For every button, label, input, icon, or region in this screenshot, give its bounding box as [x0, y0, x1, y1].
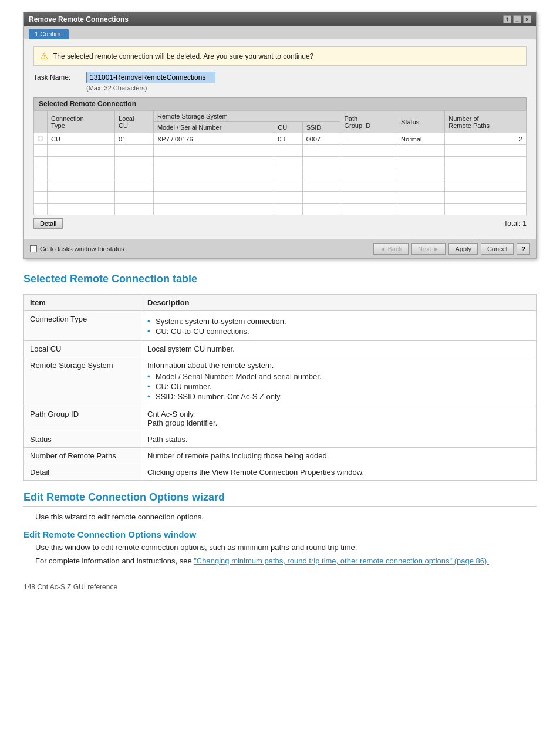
col-status-header: Status — [397, 111, 445, 133]
task-name-value-block: (Max. 32 Characters) — [86, 72, 215, 92]
back-button[interactable]: ◄ Back — [373, 243, 409, 255]
desc-desc-num-paths: Number of remote paths including those b… — [141, 448, 537, 464]
confirm-tab[interactable]: 1.Confirm — [29, 29, 69, 39]
bullet-model-serial: Model / Serial Number: Model and serial … — [147, 372, 530, 381]
section2-desc: Use this wizard to edit remote connectio… — [23, 512, 537, 521]
remote-connection-table: Connection Type Local CU Remote Storage … — [33, 110, 527, 215]
desc-item-connection-type: Connection Type — [24, 311, 141, 341]
col-ssid-header: SSID — [302, 122, 340, 133]
col-conn-type-header: Connection Type — [48, 111, 115, 133]
subsection-link[interactable]: "Changing minimum paths, round trip time… — [194, 556, 489, 565]
desc-row-connection-type: Connection Type System: system-to-system… — [24, 311, 537, 341]
warning-banner: ⚠ The selected remote connection will be… — [33, 46, 527, 66]
subsection-desc2: For complete information and instruction… — [23, 556, 537, 565]
bullet-system: System: system-to-system connection. — [147, 317, 530, 326]
warning-text: The selected remote connection will be d… — [53, 52, 313, 60]
pin-button[interactable]: 🖈 — [503, 15, 511, 23]
task-name-row: Task Name: (Max. 32 Characters) — [33, 72, 527, 92]
table-row — [34, 192, 527, 204]
col-local-cu-header: Local CU — [115, 111, 154, 133]
task-name-input[interactable] — [86, 72, 215, 83]
col-path-group-header: Path Group ID — [340, 111, 397, 133]
tab-bar: 1.Confirm — [24, 26, 536, 39]
row-model-serial: XP7 / 00176 — [153, 133, 274, 145]
task-name-hint: (Max. 32 Characters) — [86, 85, 215, 92]
desc-table-desc-header: Description — [141, 295, 537, 311]
section-header: Selected Remote Connection — [33, 97, 527, 110]
desc-desc-status: Path status. — [141, 431, 537, 448]
desc-item-path-group-id: Path Group ID — [24, 406, 141, 431]
desc-desc-detail: Clicking opens the View Remote Connectio… — [141, 464, 537, 481]
bullet-cu: CU: CU-to-CU connections. — [147, 327, 530, 336]
detail-button[interactable]: Detail — [33, 218, 63, 229]
desc-desc-remote-storage: Information about the remote system. Mod… — [141, 357, 537, 406]
desc-desc-path-group-id: Cnt Ac-S only.Path group identifier. — [141, 406, 537, 431]
next-button[interactable]: Next ► — [411, 243, 446, 255]
bullet-ssid: SSID: SSID number. Cnt Ac-S Z only. — [147, 392, 530, 401]
row-local-cu: 01 — [115, 133, 154, 145]
desc-row-local-cu: Local CU Local system CU number. — [24, 341, 537, 357]
section2-title: Edit Remote Connection Options wizard — [23, 491, 537, 507]
page-footer: 148 Cnt Ac-S Z GUI reference — [23, 583, 537, 591]
footer-checkbox-area: Go to tasks window for status — [30, 245, 124, 252]
desc-row-status: Status Path status. — [24, 431, 537, 448]
desc-row-remote-storage: Remote Storage System Information about … — [24, 357, 537, 406]
row-path-group-id: - — [340, 133, 397, 145]
minimize-button[interactable]: _ — [513, 15, 521, 23]
row-cu: 03 — [274, 133, 302, 145]
desc-item-detail: Detail — [24, 464, 141, 481]
warning-icon: ⚠ — [40, 50, 48, 62]
apply-button[interactable]: Apply — [448, 243, 478, 255]
cancel-button[interactable]: Cancel — [481, 243, 514, 255]
help-button[interactable]: ? — [517, 243, 530, 255]
table-row — [34, 168, 527, 180]
desc-row-num-paths: Number of Remote Paths Number of remote … — [24, 448, 537, 464]
col-cu-header: CU — [274, 122, 302, 133]
subsection-title: Edit Remote Connection Options window — [23, 529, 537, 539]
dialog-footer: Go to tasks window for status ◄ Back Nex… — [24, 239, 536, 258]
dialog-titlebar: Remove Remote Connections 🖈 _ × — [24, 12, 536, 26]
row-ssid: 0007 — [302, 133, 340, 145]
table-row: CU 01 XP7 / 00176 03 0007 - Normal 2 — [34, 133, 527, 145]
col-radio-header — [34, 111, 48, 133]
desc-item-status: Status — [24, 431, 141, 448]
table-row — [34, 204, 527, 215]
dialog-body: ⚠ The selected remote connection will be… — [24, 39, 536, 239]
dialog-title: Remove Remote Connections — [29, 15, 129, 23]
table-row — [34, 157, 527, 168]
table-footer: Detail Total: 1 — [33, 215, 527, 232]
col-num-paths-header: Number of Remote Paths — [445, 111, 527, 133]
titlebar-buttons: 🖈 _ × — [503, 15, 531, 23]
row-status: Normal — [397, 133, 445, 145]
table-row — [34, 145, 527, 157]
row-conn-type: CU — [48, 133, 115, 145]
task-name-label: Task Name: — [33, 72, 80, 82]
desc-item-num-paths: Number of Remote Paths — [24, 448, 141, 464]
description-table: Item Description Connection Type System:… — [23, 294, 537, 481]
section1-title: Selected Remote Connection table — [23, 273, 537, 288]
subsection-desc1: Use this window to edit remote connectio… — [23, 543, 537, 552]
desc-row-path-group-id: Path Group ID Cnt Ac-S only.Path group i… — [24, 406, 537, 431]
row-radio[interactable] — [34, 133, 48, 145]
close-button[interactable]: × — [523, 15, 531, 23]
desc-table-item-header: Item — [24, 295, 141, 311]
row-num-paths: 2 — [445, 133, 527, 145]
total-label: Total: 1 — [504, 220, 527, 228]
page-container: Remove Remote Connections 🖈 _ × 1.Confir… — [0, 0, 560, 615]
table-row — [34, 180, 527, 192]
desc-item-remote-storage: Remote Storage System — [24, 357, 141, 406]
desc-row-detail: Detail Clicking opens the View Remote Co… — [24, 464, 537, 481]
remove-remote-connections-dialog: Remove Remote Connections 🖈 _ × 1.Confir… — [23, 12, 537, 259]
desc-desc-local-cu: Local system CU number. — [141, 341, 537, 357]
desc-item-local-cu: Local CU — [24, 341, 141, 357]
bullet-cu-number: CU: CU number. — [147, 382, 530, 391]
desc-desc-connection-type: System: system-to-system connection. CU:… — [141, 311, 537, 341]
col-model-serial-header: Model / Serial Number — [153, 122, 274, 133]
col-remote-storage-header: Remote Storage System — [153, 111, 340, 122]
tasks-window-checkbox[interactable] — [30, 245, 37, 252]
tasks-window-label: Go to tasks window for status — [40, 245, 124, 252]
